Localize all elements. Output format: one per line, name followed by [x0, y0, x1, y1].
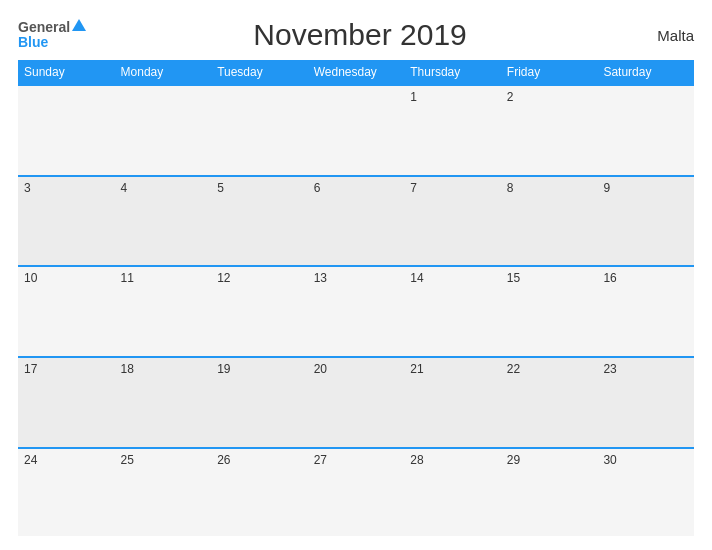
- logo-blue-text: Blue: [18, 35, 48, 50]
- calendar-day-cell: 21: [404, 357, 501, 448]
- day-number: 30: [603, 453, 616, 467]
- day-number: 28: [410, 453, 423, 467]
- calendar-day-cell: 14: [404, 266, 501, 357]
- logo: General Blue: [18, 20, 86, 51]
- calendar-header-row: Sunday Monday Tuesday Wednesday Thursday…: [18, 60, 694, 85]
- day-number: 15: [507, 271, 520, 285]
- calendar-day-cell: [211, 85, 308, 176]
- col-monday: Monday: [115, 60, 212, 85]
- calendar-day-cell: 17: [18, 357, 115, 448]
- day-number: 25: [121, 453, 134, 467]
- day-number: 23: [603, 362, 616, 376]
- day-number: 5: [217, 181, 224, 195]
- logo-triangle-icon: [72, 19, 86, 31]
- calendar-day-cell: 20: [308, 357, 405, 448]
- col-wednesday: Wednesday: [308, 60, 405, 85]
- calendar-day-cell: 25: [115, 448, 212, 536]
- calendar-day-cell: 15: [501, 266, 598, 357]
- day-number: 3: [24, 181, 31, 195]
- col-friday: Friday: [501, 60, 598, 85]
- calendar-day-cell: 9: [597, 176, 694, 267]
- day-number: 10: [24, 271, 37, 285]
- day-number: 9: [603, 181, 610, 195]
- country-label: Malta: [634, 27, 694, 44]
- calendar-day-cell: [18, 85, 115, 176]
- calendar-week-row: 12: [18, 85, 694, 176]
- calendar-day-cell: 18: [115, 357, 212, 448]
- day-number: 2: [507, 90, 514, 104]
- calendar-day-cell: [597, 85, 694, 176]
- day-number: 13: [314, 271, 327, 285]
- calendar-day-cell: 22: [501, 357, 598, 448]
- calendar-day-cell: 13: [308, 266, 405, 357]
- calendar-week-row: 3456789: [18, 176, 694, 267]
- calendar-day-cell: 4: [115, 176, 212, 267]
- day-number: 17: [24, 362, 37, 376]
- day-number: 7: [410, 181, 417, 195]
- day-number: 20: [314, 362, 327, 376]
- col-sunday: Sunday: [18, 60, 115, 85]
- calendar-day-cell: 12: [211, 266, 308, 357]
- calendar-table: Sunday Monday Tuesday Wednesday Thursday…: [18, 60, 694, 536]
- calendar-day-cell: 1: [404, 85, 501, 176]
- calendar-day-cell: 3: [18, 176, 115, 267]
- calendar-day-cell: 10: [18, 266, 115, 357]
- calendar-day-cell: 27: [308, 448, 405, 536]
- day-number: 19: [217, 362, 230, 376]
- calendar-day-cell: [308, 85, 405, 176]
- calendar-day-cell: 6: [308, 176, 405, 267]
- calendar-day-cell: 24: [18, 448, 115, 536]
- day-number: 4: [121, 181, 128, 195]
- day-number: 26: [217, 453, 230, 467]
- calendar-week-row: 24252627282930: [18, 448, 694, 536]
- calendar-day-cell: 23: [597, 357, 694, 448]
- day-number: 8: [507, 181, 514, 195]
- day-number: 14: [410, 271, 423, 285]
- day-number: 16: [603, 271, 616, 285]
- col-thursday: Thursday: [404, 60, 501, 85]
- calendar-title: November 2019: [86, 18, 634, 52]
- calendar-day-cell: [115, 85, 212, 176]
- calendar-day-cell: 8: [501, 176, 598, 267]
- day-number: 12: [217, 271, 230, 285]
- day-number: 18: [121, 362, 134, 376]
- calendar-day-cell: 2: [501, 85, 598, 176]
- calendar-week-row: 10111213141516: [18, 266, 694, 357]
- day-number: 6: [314, 181, 321, 195]
- page-header: General Blue November 2019 Malta: [18, 18, 694, 52]
- calendar-day-cell: 5: [211, 176, 308, 267]
- calendar-day-cell: 28: [404, 448, 501, 536]
- calendar-day-cell: 16: [597, 266, 694, 357]
- day-number: 1: [410, 90, 417, 104]
- calendar-day-cell: 11: [115, 266, 212, 357]
- logo-general-text: General: [18, 20, 70, 35]
- calendar-day-cell: 7: [404, 176, 501, 267]
- day-number: 11: [121, 271, 134, 285]
- day-number: 29: [507, 453, 520, 467]
- calendar-day-cell: 19: [211, 357, 308, 448]
- col-tuesday: Tuesday: [211, 60, 308, 85]
- col-saturday: Saturday: [597, 60, 694, 85]
- day-number: 21: [410, 362, 423, 376]
- day-number: 27: [314, 453, 327, 467]
- calendar-day-cell: 26: [211, 448, 308, 536]
- day-number: 24: [24, 453, 37, 467]
- calendar-week-row: 17181920212223: [18, 357, 694, 448]
- day-number: 22: [507, 362, 520, 376]
- calendar-day-cell: 29: [501, 448, 598, 536]
- calendar-day-cell: 30: [597, 448, 694, 536]
